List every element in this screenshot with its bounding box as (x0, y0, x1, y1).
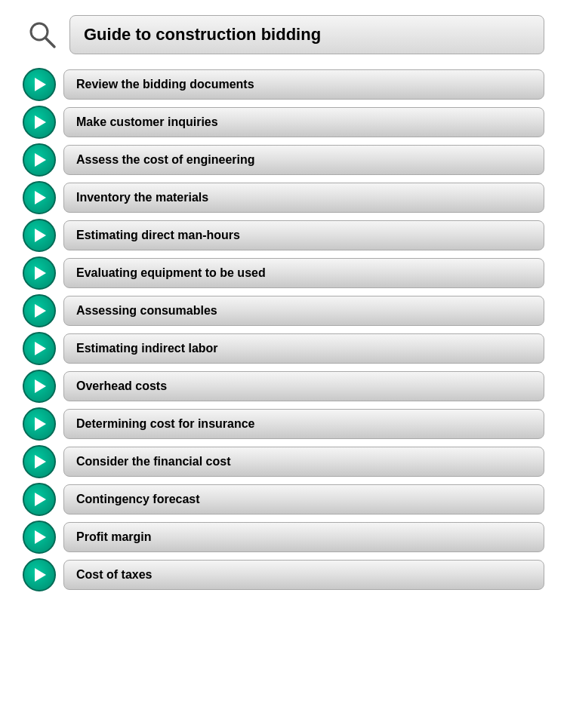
item-label[interactable]: Cost of taxes (63, 560, 544, 590)
play-icon (35, 455, 46, 468)
item-label[interactable]: Overhead costs (63, 371, 544, 401)
list-item: Evaluating equipment to be used (23, 256, 544, 290)
list-item: Overhead costs (23, 370, 544, 403)
play-button[interactable] (23, 521, 56, 554)
item-label[interactable]: Estimating direct man-hours (63, 220, 544, 250)
list-item: Make customer inquiries (23, 106, 544, 139)
play-button[interactable] (23, 256, 56, 290)
list-item: Contingency forecast (23, 483, 544, 516)
search-icon (23, 15, 62, 54)
list-item: Assessing consumables (23, 294, 544, 327)
item-label[interactable]: Profit margin (63, 522, 544, 552)
item-label[interactable]: Review the bidding documents (63, 69, 544, 100)
play-button[interactable] (23, 68, 56, 101)
item-label[interactable]: Make customer inquiries (63, 107, 544, 137)
item-label[interactable]: Contingency forecast (63, 484, 544, 515)
item-label[interactable]: Evaluating equipment to be used (63, 258, 544, 288)
play-button[interactable] (23, 483, 56, 516)
list-item: Profit margin (23, 521, 544, 554)
list-item: Determining cost for insurance (23, 407, 544, 441)
play-icon (35, 530, 46, 544)
item-label[interactable]: Assess the cost of engineering (63, 145, 544, 175)
play-icon (35, 153, 46, 167)
play-icon (35, 304, 46, 318)
play-button[interactable] (23, 181, 56, 214)
play-icon (35, 78, 46, 91)
play-button[interactable] (23, 370, 56, 403)
play-icon (35, 379, 46, 393)
play-button[interactable] (23, 143, 56, 177)
item-label[interactable]: Estimating indirect labor (63, 333, 544, 364)
list-item: Cost of taxes (23, 558, 544, 591)
play-button[interactable] (23, 407, 56, 441)
play-icon (35, 568, 46, 582)
list-item: Inventory the materials (23, 181, 544, 214)
play-button[interactable] (23, 106, 56, 139)
page-title: Guide to construction bidding (69, 15, 544, 54)
play-button[interactable] (23, 219, 56, 252)
item-label[interactable]: Inventory the materials (63, 183, 544, 213)
item-label[interactable]: Assessing consumables (63, 296, 544, 326)
play-icon (35, 191, 46, 204)
play-button[interactable] (23, 332, 56, 365)
play-icon (35, 493, 46, 506)
item-label[interactable]: Consider the financial cost (63, 447, 544, 477)
item-label[interactable]: Determining cost for insurance (63, 409, 544, 439)
list-item: Review the bidding documents (23, 68, 544, 101)
header-row: Guide to construction bidding (23, 15, 544, 54)
list-item: Consider the financial cost (23, 445, 544, 478)
play-icon (35, 417, 46, 431)
play-icon (35, 342, 46, 355)
svg-line-1 (45, 38, 54, 47)
play-button[interactable] (23, 445, 56, 478)
list-item: Estimating direct man-hours (23, 219, 544, 252)
list-item: Estimating indirect labor (23, 332, 544, 365)
play-icon (35, 266, 46, 280)
play-button[interactable] (23, 558, 56, 591)
play-button[interactable] (23, 294, 56, 327)
list-item: Assess the cost of engineering (23, 143, 544, 177)
play-icon (35, 229, 46, 242)
play-icon (35, 115, 46, 129)
items-list: Review the bidding documentsMake custome… (23, 68, 544, 591)
